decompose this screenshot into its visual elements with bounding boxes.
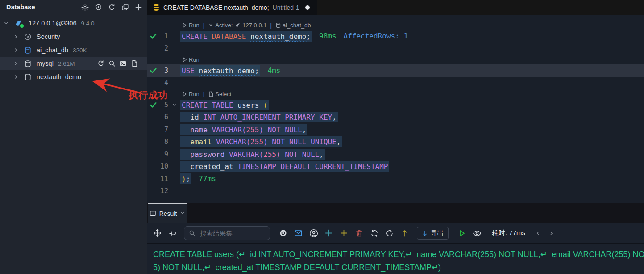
tree-item-mysql[interactable]: mysql 2.61M [0,57,147,70]
sql-statement[interactable]: CREATE TABLE users ( [180,100,269,110]
search-database-icon[interactable] [108,60,116,67]
codelens-connection[interactable]: 127.0.0.1 [235,22,266,29]
database-size: 2.61M [58,60,75,67]
database-icon [24,60,32,67]
codelens-label: Run [189,91,199,97]
security-icon [24,33,32,41]
add-column-icon[interactable] [340,229,348,237]
gutter [147,89,182,99]
settings-icon[interactable] [81,4,89,11]
line-number: 5 [159,101,168,109]
preview-icon[interactable] [473,229,482,238]
sql-statement[interactable]: CREATE DATABASE nextauth_demo; [180,31,312,42]
connection-label: 127.0.0.1@3306 [29,20,76,27]
success-check-icon [147,101,159,109]
move-icon[interactable] [153,229,162,237]
elapsed-time: 耗时: 77ms [492,229,525,237]
sql-statement[interactable]: id INT AUTO_INCREMENT PRIMARY KEY, [180,112,338,122]
sync-icon[interactable] [370,229,378,237]
account-icon[interactable] [309,229,318,238]
codelens-row: Run|Select [147,89,644,99]
line-number: 3 [159,67,168,75]
sql-statement[interactable]: ); [180,173,191,184]
play-icon [182,91,187,97]
modified-dot-icon[interactable] [305,5,310,10]
success-check-icon [147,67,159,74]
tree-item-security[interactable]: Security [0,30,147,43]
codelens-label: Select [215,91,231,97]
codelens-label: Run [189,22,199,29]
gutter: 6 [147,111,182,124]
result-tab[interactable]: Result [148,203,187,223]
line-number: 10 [159,162,168,170]
run-icon[interactable] [458,229,466,237]
reload-icon[interactable] [386,229,394,237]
file-icon [208,91,214,97]
delete-icon[interactable] [355,229,363,237]
panel-tabbar: Result [147,203,644,223]
new-query-icon[interactable] [131,60,138,67]
tree-item-ai-chat-db[interactable]: ai_chat_db 320K [0,43,147,57]
database-icon [24,73,32,81]
line-number: 11 [159,175,168,183]
result-sql-line: 5) NOT NULL,↵ created_at TIMESTAMP DEFAU… [153,261,644,274]
export-label: 导出 [431,229,444,237]
upload-icon[interactable] [401,229,409,237]
gutter: 5 [147,99,182,111]
editor-line: 2 [147,42,644,55]
fold-chevron-icon[interactable] [168,102,180,108]
export-button[interactable]: 导出 [417,227,449,240]
connection-tree: 127.0.0.1@3306 9.4.0 Security ai_chat_db… [0,17,147,84]
chevron-down-icon [3,20,9,26]
chevron-right-icon [13,47,19,53]
close-icon[interactable] [180,211,185,216]
line-number: 6 [159,113,168,121]
prev-page-icon[interactable] [535,230,541,236]
plug-icon [208,22,214,28]
next-page-icon[interactable] [548,230,555,236]
chevron-right-icon [13,74,19,80]
codelens-run[interactable]: Run [182,22,199,29]
sql-statement[interactable]: USE nextauth_demo; [180,65,260,76]
add-connection-icon[interactable] [135,4,142,11]
mail-icon[interactable] [294,229,303,237]
editor-code[interactable]: Run|Active:127.0.0.1|ai_chat_db1CREATE D… [147,15,644,203]
open-group-icon[interactable] [121,4,129,11]
codelens-separator: | [203,91,204,97]
tree-item-connection[interactable]: 127.0.0.1@3306 9.4.0 [0,17,147,30]
exec-result-ms: 4ms [267,66,280,75]
editor-area: CREATE DATABASE nextauth_demo; Untitled-… [147,0,644,274]
play-icon [182,57,187,63]
server-version: 9.4.0 [81,20,94,27]
codelens-active[interactable]: Active: [208,22,233,29]
editor-tab[interactable]: CREATE DATABASE nextauth_demo; Untitled-… [147,0,317,15]
line-number: 8 [159,138,168,146]
codelens-label: Run [189,56,199,63]
refresh-database-icon[interactable] [97,60,104,67]
terminal-icon[interactable] [120,60,127,67]
play-icon [182,22,187,28]
database-client-window: Database 127.0.0.1@3306 9.4.0 [0,0,644,274]
line-number: 7 [159,126,168,134]
codelens-run[interactable]: Run [182,56,199,63]
codelens-separator: | [203,22,204,29]
codelens-row: Run [147,55,644,64]
settings-icon[interactable] [279,229,287,237]
codelens-run[interactable]: Run [182,91,199,97]
add-row-icon[interactable] [324,229,333,237]
refresh-icon[interactable] [108,4,116,11]
editor-line: 5CREATE TABLE users ( [147,99,644,111]
sql-statement[interactable]: created_at TIMESTAMP DEFAULT CURRENT_TIM… [180,161,389,172]
history-icon[interactable] [95,4,102,11]
codelens-database[interactable]: ai_chat_db [275,22,311,29]
gutter [147,55,182,64]
sql-statement[interactable]: password VARCHAR(255) NOT NULL, [180,149,325,160]
sql-statement[interactable]: email VARCHAR(255) NOT NULL UNIQUE, [180,136,342,147]
sql-statement[interactable]: name VARCHAR(255) NOT NULL, [180,124,307,135]
codelens-label: ai_chat_db [283,22,311,29]
tree-item-nextauth-demo[interactable]: nextauth_demo [0,70,147,84]
db-icon [275,22,281,28]
codelens-select[interactable]: Select [208,91,231,97]
search-input[interactable] [199,229,265,237]
pin-icon[interactable] [169,229,177,237]
